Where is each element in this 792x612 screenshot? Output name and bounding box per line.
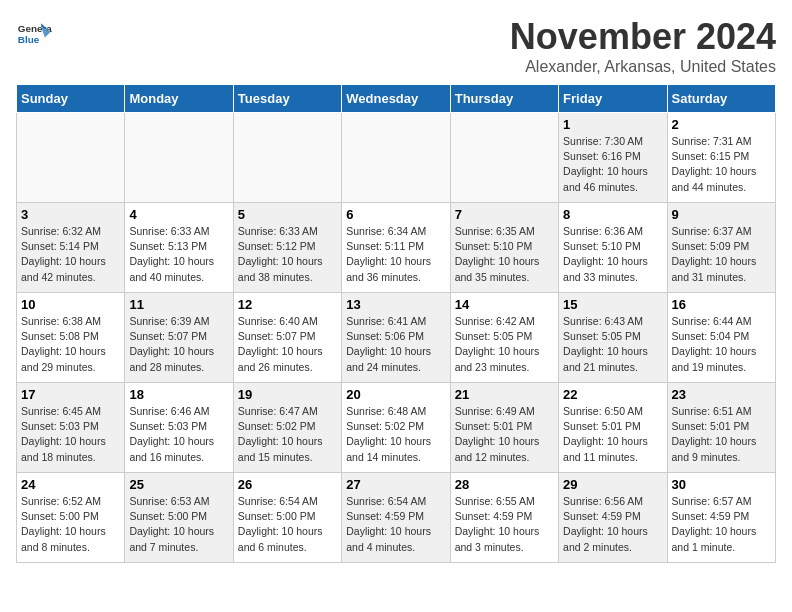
location-title: Alexander, Arkansas, United States <box>510 58 776 76</box>
day-info: Sunrise: 6:39 AM Sunset: 5:07 PM Dayligh… <box>129 314 228 375</box>
day-info: Sunrise: 6:45 AM Sunset: 5:03 PM Dayligh… <box>21 404 120 465</box>
calendar-cell: 13Sunrise: 6:41 AM Sunset: 5:06 PM Dayli… <box>342 293 450 383</box>
day-number: 19 <box>238 387 337 402</box>
calendar-cell: 4Sunrise: 6:33 AM Sunset: 5:13 PM Daylig… <box>125 203 233 293</box>
calendar-cell: 9Sunrise: 6:37 AM Sunset: 5:09 PM Daylig… <box>667 203 775 293</box>
calendar-cell: 11Sunrise: 6:39 AM Sunset: 5:07 PM Dayli… <box>125 293 233 383</box>
day-number: 6 <box>346 207 445 222</box>
day-info: Sunrise: 6:36 AM Sunset: 5:10 PM Dayligh… <box>563 224 662 285</box>
calendar-cell: 8Sunrise: 6:36 AM Sunset: 5:10 PM Daylig… <box>559 203 667 293</box>
calendar-cell: 1Sunrise: 7:30 AM Sunset: 6:16 PM Daylig… <box>559 113 667 203</box>
weekday-header: Sunday <box>17 85 125 113</box>
day-info: Sunrise: 6:54 AM Sunset: 5:00 PM Dayligh… <box>238 494 337 555</box>
day-number: 5 <box>238 207 337 222</box>
day-number: 18 <box>129 387 228 402</box>
day-info: Sunrise: 6:48 AM Sunset: 5:02 PM Dayligh… <box>346 404 445 465</box>
month-title: November 2024 <box>510 16 776 58</box>
calendar-cell: 15Sunrise: 6:43 AM Sunset: 5:05 PM Dayli… <box>559 293 667 383</box>
calendar-cell: 30Sunrise: 6:57 AM Sunset: 4:59 PM Dayli… <box>667 473 775 563</box>
day-info: Sunrise: 6:35 AM Sunset: 5:10 PM Dayligh… <box>455 224 554 285</box>
weekday-header: Monday <box>125 85 233 113</box>
day-number: 20 <box>346 387 445 402</box>
calendar-cell <box>233 113 341 203</box>
calendar-cell: 12Sunrise: 6:40 AM Sunset: 5:07 PM Dayli… <box>233 293 341 383</box>
day-info: Sunrise: 6:44 AM Sunset: 5:04 PM Dayligh… <box>672 314 771 375</box>
day-info: Sunrise: 6:53 AM Sunset: 5:00 PM Dayligh… <box>129 494 228 555</box>
day-number: 23 <box>672 387 771 402</box>
day-info: Sunrise: 7:31 AM Sunset: 6:15 PM Dayligh… <box>672 134 771 195</box>
calendar-cell: 22Sunrise: 6:50 AM Sunset: 5:01 PM Dayli… <box>559 383 667 473</box>
day-number: 22 <box>563 387 662 402</box>
calendar-row: 3Sunrise: 6:32 AM Sunset: 5:14 PM Daylig… <box>17 203 776 293</box>
calendar-row: 10Sunrise: 6:38 AM Sunset: 5:08 PM Dayli… <box>17 293 776 383</box>
day-number: 16 <box>672 297 771 312</box>
calendar-cell: 23Sunrise: 6:51 AM Sunset: 5:01 PM Dayli… <box>667 383 775 473</box>
day-info: Sunrise: 6:57 AM Sunset: 4:59 PM Dayligh… <box>672 494 771 555</box>
weekday-header: Tuesday <box>233 85 341 113</box>
calendar-cell <box>450 113 558 203</box>
calendar-cell: 5Sunrise: 6:33 AM Sunset: 5:12 PM Daylig… <box>233 203 341 293</box>
day-number: 11 <box>129 297 228 312</box>
title-area: November 2024 Alexander, Arkansas, Unite… <box>510 16 776 76</box>
day-number: 24 <box>21 477 120 492</box>
day-number: 13 <box>346 297 445 312</box>
day-info: Sunrise: 6:42 AM Sunset: 5:05 PM Dayligh… <box>455 314 554 375</box>
day-info: Sunrise: 6:51 AM Sunset: 5:01 PM Dayligh… <box>672 404 771 465</box>
day-number: 1 <box>563 117 662 132</box>
day-info: Sunrise: 6:49 AM Sunset: 5:01 PM Dayligh… <box>455 404 554 465</box>
calendar-cell: 18Sunrise: 6:46 AM Sunset: 5:03 PM Dayli… <box>125 383 233 473</box>
page-header: General Blue November 2024 Alexander, Ar… <box>16 16 776 76</box>
day-number: 3 <box>21 207 120 222</box>
day-info: Sunrise: 6:52 AM Sunset: 5:00 PM Dayligh… <box>21 494 120 555</box>
day-number: 21 <box>455 387 554 402</box>
calendar-cell: 19Sunrise: 6:47 AM Sunset: 5:02 PM Dayli… <box>233 383 341 473</box>
calendar-cell: 20Sunrise: 6:48 AM Sunset: 5:02 PM Dayli… <box>342 383 450 473</box>
day-number: 29 <box>563 477 662 492</box>
logo: General Blue <box>16 16 52 52</box>
day-number: 15 <box>563 297 662 312</box>
calendar-row: 24Sunrise: 6:52 AM Sunset: 5:00 PM Dayli… <box>17 473 776 563</box>
day-number: 17 <box>21 387 120 402</box>
day-number: 28 <box>455 477 554 492</box>
calendar-cell: 2Sunrise: 7:31 AM Sunset: 6:15 PM Daylig… <box>667 113 775 203</box>
day-info: Sunrise: 7:30 AM Sunset: 6:16 PM Dayligh… <box>563 134 662 195</box>
day-number: 27 <box>346 477 445 492</box>
calendar-cell: 10Sunrise: 6:38 AM Sunset: 5:08 PM Dayli… <box>17 293 125 383</box>
day-number: 25 <box>129 477 228 492</box>
day-info: Sunrise: 6:47 AM Sunset: 5:02 PM Dayligh… <box>238 404 337 465</box>
calendar-cell: 29Sunrise: 6:56 AM Sunset: 4:59 PM Dayli… <box>559 473 667 563</box>
svg-text:Blue: Blue <box>18 34 40 45</box>
calendar-cell: 16Sunrise: 6:44 AM Sunset: 5:04 PM Dayli… <box>667 293 775 383</box>
day-number: 12 <box>238 297 337 312</box>
day-info: Sunrise: 6:43 AM Sunset: 5:05 PM Dayligh… <box>563 314 662 375</box>
weekday-header: Thursday <box>450 85 558 113</box>
calendar-cell <box>125 113 233 203</box>
weekday-header-row: SundayMondayTuesdayWednesdayThursdayFrid… <box>17 85 776 113</box>
calendar-cell: 7Sunrise: 6:35 AM Sunset: 5:10 PM Daylig… <box>450 203 558 293</box>
day-info: Sunrise: 6:33 AM Sunset: 5:13 PM Dayligh… <box>129 224 228 285</box>
day-number: 8 <box>563 207 662 222</box>
weekday-header: Friday <box>559 85 667 113</box>
day-number: 2 <box>672 117 771 132</box>
calendar-body: 1Sunrise: 7:30 AM Sunset: 6:16 PM Daylig… <box>17 113 776 563</box>
day-info: Sunrise: 6:56 AM Sunset: 4:59 PM Dayligh… <box>563 494 662 555</box>
day-info: Sunrise: 6:55 AM Sunset: 4:59 PM Dayligh… <box>455 494 554 555</box>
calendar-cell <box>17 113 125 203</box>
calendar-row: 17Sunrise: 6:45 AM Sunset: 5:03 PM Dayli… <box>17 383 776 473</box>
calendar-row: 1Sunrise: 7:30 AM Sunset: 6:16 PM Daylig… <box>17 113 776 203</box>
day-number: 14 <box>455 297 554 312</box>
calendar-cell: 24Sunrise: 6:52 AM Sunset: 5:00 PM Dayli… <box>17 473 125 563</box>
day-info: Sunrise: 6:41 AM Sunset: 5:06 PM Dayligh… <box>346 314 445 375</box>
calendar-cell <box>342 113 450 203</box>
day-info: Sunrise: 6:54 AM Sunset: 4:59 PM Dayligh… <box>346 494 445 555</box>
day-number: 30 <box>672 477 771 492</box>
day-info: Sunrise: 6:40 AM Sunset: 5:07 PM Dayligh… <box>238 314 337 375</box>
weekday-header: Wednesday <box>342 85 450 113</box>
calendar-cell: 21Sunrise: 6:49 AM Sunset: 5:01 PM Dayli… <box>450 383 558 473</box>
calendar-cell: 27Sunrise: 6:54 AM Sunset: 4:59 PM Dayli… <box>342 473 450 563</box>
weekday-header: Saturday <box>667 85 775 113</box>
calendar-cell: 25Sunrise: 6:53 AM Sunset: 5:00 PM Dayli… <box>125 473 233 563</box>
day-info: Sunrise: 6:50 AM Sunset: 5:01 PM Dayligh… <box>563 404 662 465</box>
calendar-cell: 6Sunrise: 6:34 AM Sunset: 5:11 PM Daylig… <box>342 203 450 293</box>
day-number: 4 <box>129 207 228 222</box>
